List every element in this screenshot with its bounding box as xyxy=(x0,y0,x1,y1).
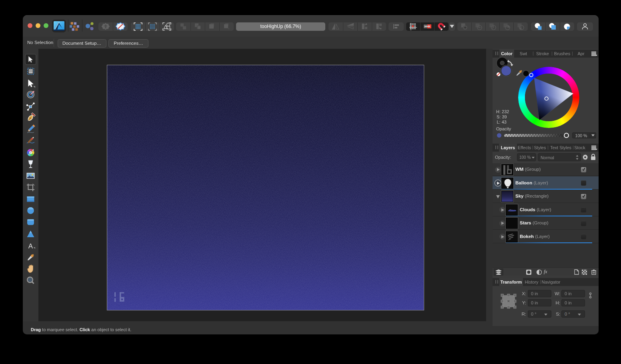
svg-text:Opacity: Opacity xyxy=(496,126,511,131)
svg-text:S: 39: S: 39 xyxy=(497,114,507,119)
svg-text:A: A xyxy=(28,242,33,250)
svg-text:L: 43: L: 43 xyxy=(497,120,507,124)
svg-text:H: 232: H: 232 xyxy=(496,109,509,114)
